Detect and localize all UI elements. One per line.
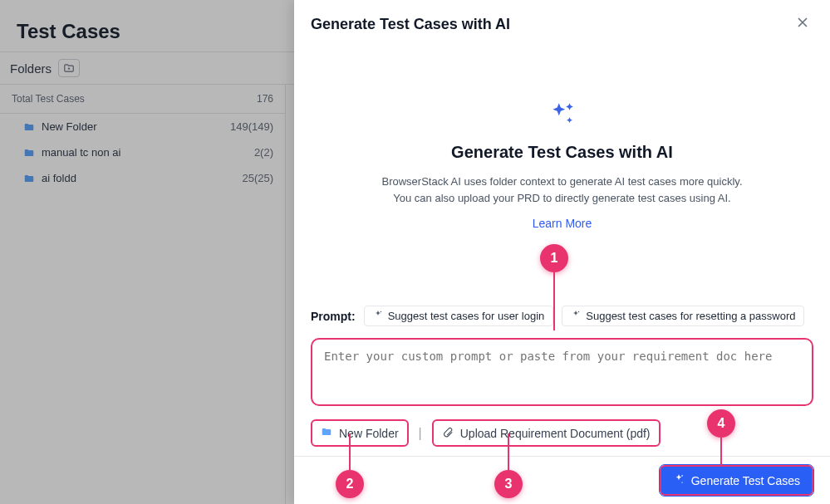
sparkle-icon <box>373 310 383 322</box>
paperclip-icon <box>442 426 454 440</box>
svg-point-1 <box>578 311 579 312</box>
folder-name: manual tc non ai <box>42 146 254 159</box>
chip-label: Suggest test cases for resetting a passw… <box>586 310 795 322</box>
list-item[interactable]: ai foldd 25(25) <box>0 165 285 191</box>
total-count: 176 <box>257 93 273 105</box>
folder-name: New Folder <box>42 120 230 133</box>
close-icon <box>795 15 810 30</box>
total-row: Total Test Cases 176 <box>0 85 285 114</box>
chip-label: Suggest test cases for user login <box>388 310 545 322</box>
sparkle-icon <box>673 473 685 487</box>
list-item[interactable]: New Folder 149(149) <box>0 114 285 139</box>
prompt-label: Prompt: <box>311 310 356 323</box>
folder-count: 149(149) <box>230 120 273 133</box>
suggestion-chip-login[interactable]: Suggest test cases for user login <box>364 306 554 326</box>
separator: | <box>419 426 422 441</box>
learn-more-link[interactable]: Learn More <box>533 217 592 230</box>
hero-section: Generate Test Cases with AI BrowserStack… <box>294 100 830 231</box>
list-item[interactable]: manual tc non ai 2(2) <box>0 139 285 165</box>
callout-4: 4 <box>707 409 735 438</box>
folder-icon <box>23 121 35 133</box>
folder-name: ai foldd <box>42 172 242 184</box>
folders-label: Folders <box>10 61 52 76</box>
primary-button-label: Generate Test Cases <box>691 474 800 487</box>
callout-1: 1 <box>540 244 568 272</box>
folder-selector-label: New Folder <box>339 427 399 440</box>
svg-point-3 <box>681 482 682 482</box>
add-folder-button[interactable] <box>58 59 80 77</box>
generate-test-cases-button[interactable]: Generate Test Cases <box>660 465 813 496</box>
sparkle-icon <box>548 100 577 131</box>
add-folder-icon <box>63 62 75 74</box>
callout-line <box>508 433 509 470</box>
folder-selector[interactable]: New Folder <box>311 419 409 447</box>
upload-document-button[interactable]: Upload Requirement Document (pdf) <box>432 419 661 447</box>
sparkle-icon <box>571 310 581 322</box>
folder-list: Total Test Cases 176 New Folder 149(149)… <box>0 85 286 504</box>
upload-document-label: Upload Requirement Document (pdf) <box>460 427 651 440</box>
suggestion-chip-reset-password[interactable]: Suggest test cases for resetting a passw… <box>562 306 804 326</box>
callout-line <box>349 433 351 470</box>
folder-icon <box>321 426 332 440</box>
svg-point-2 <box>681 475 683 477</box>
close-button[interactable] <box>792 12 813 37</box>
callout-2: 2 <box>336 470 364 498</box>
folder-icon <box>23 173 35 184</box>
total-label: Total Test Cases <box>12 93 85 105</box>
hero-line-1: BrowserStack AI uses folder context to g… <box>294 174 830 190</box>
folder-count: 2(2) <box>254 146 273 159</box>
svg-point-0 <box>380 311 381 312</box>
prompt-input[interactable] <box>311 338 813 406</box>
folder-icon <box>23 147 35 159</box>
callout-3: 3 <box>494 470 523 498</box>
hero-title: Generate Test Cases with AI <box>294 143 830 162</box>
folder-count: 25(25) <box>242 172 273 184</box>
callout-line <box>553 272 555 330</box>
hero-line-2: You can also upload your PRD to directly… <box>294 190 830 207</box>
callout-line <box>720 438 722 466</box>
modal-title: Generate Test Cases with AI <box>311 16 792 33</box>
